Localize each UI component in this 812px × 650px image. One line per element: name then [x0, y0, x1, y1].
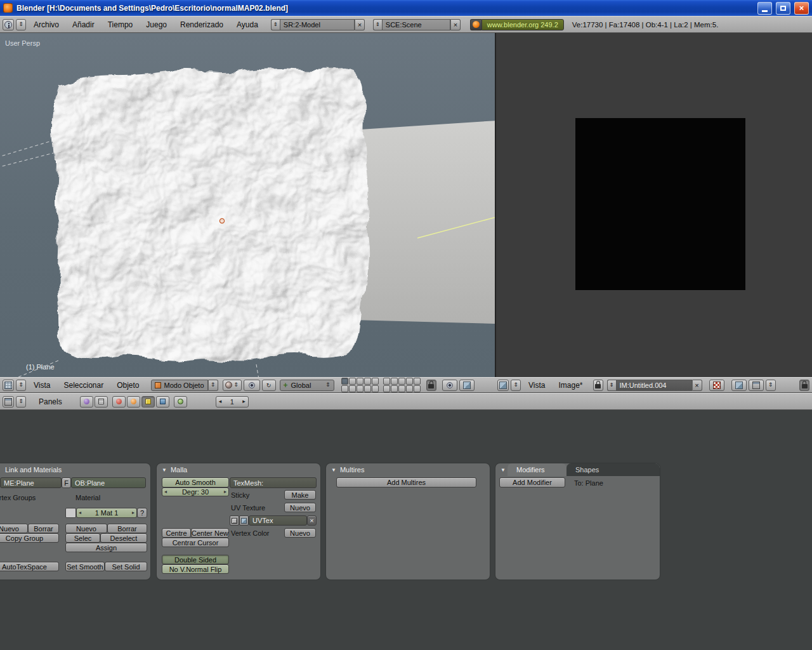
- layer-toggle[interactable]: [357, 378, 363, 385]
- layer-toggle[interactable]: [414, 385, 421, 392]
- panels-menu[interactable]: Panels: [33, 396, 68, 408]
- context-editing-button[interactable]: [141, 396, 155, 408]
- degrees-slider[interactable]: ◂ Degr: 30 ▸: [162, 488, 229, 496]
- texmesh-field[interactable]: TexMesh:: [230, 477, 317, 488]
- terrain-mesh[interactable]: [53, 68, 370, 361]
- tab-shapes[interactable]: Shapes: [566, 463, 660, 476]
- editor-type-button[interactable]: [497, 380, 509, 391]
- menu-vista[interactable]: Vista: [523, 380, 551, 391]
- screen-delete-button[interactable]: ×: [355, 19, 365, 30]
- menu-vista[interactable]: Vista: [28, 380, 56, 391]
- restore-button[interactable]: [776, 2, 790, 15]
- new-uv-texture-button[interactable]: Nuevo: [284, 503, 316, 512]
- layer-toggle[interactable]: [372, 378, 379, 385]
- header-menu-toggle[interactable]: ⇕: [16, 380, 26, 391]
- viewport-3d[interactable]: z User Persp (1) Plane: [0, 33, 495, 377]
- center-new-button[interactable]: Center New: [191, 528, 229, 538]
- image-name-field[interactable]: IM:Untitled.004: [616, 380, 692, 391]
- context-script-button[interactable]: [95, 396, 108, 408]
- layer-toggle[interactable]: [364, 385, 371, 392]
- tab-modifiers[interactable]: Modifiers: [508, 463, 566, 476]
- layer-toggle[interactable]: [341, 378, 348, 385]
- menu-renderizado[interactable]: Renderizado: [174, 19, 229, 30]
- copy-group-button[interactable]: Copy Group: [0, 533, 59, 543]
- header-menu-toggle[interactable]: ⇕: [16, 396, 26, 408]
- pivot-point-button[interactable]: [244, 380, 260, 391]
- panel-header[interactable]: Link and Materials: [0, 463, 150, 476]
- uv-image-editor[interactable]: [495, 33, 812, 377]
- lock-layers-button[interactable]: [426, 380, 436, 391]
- add-multires-button[interactable]: Add Multires: [336, 477, 476, 488]
- panel-header[interactable]: ▼ Multires: [326, 463, 490, 476]
- more-options-button[interactable]: ⇕: [766, 380, 776, 391]
- fake-user-button[interactable]: F: [62, 477, 71, 488]
- menu-juego[interactable]: Juego: [140, 19, 173, 30]
- minimize-button[interactable]: [757, 2, 772, 15]
- new-material-button[interactable]: Nuevo: [65, 524, 107, 533]
- header-dropdown-button[interactable]: ⇕: [16, 19, 26, 30]
- layer-toggle[interactable]: [398, 385, 405, 392]
- render-preview-button[interactable]: [459, 380, 475, 391]
- delete-uvtex-button[interactable]: ×: [307, 515, 317, 526]
- uv-test-grid-button[interactable]: [709, 380, 724, 391]
- select-button[interactable]: Selec: [65, 533, 100, 543]
- layer-toggle[interactable]: [406, 385, 413, 392]
- next-icon[interactable]: ▸: [132, 510, 134, 515]
- set-solid-button[interactable]: Set Solid: [105, 562, 147, 571]
- frame-next-icon[interactable]: ▸: [242, 399, 246, 404]
- orientation-dropdown[interactable]: + Global ⇕: [280, 380, 334, 391]
- collapse-triangle-icon[interactable]: ▼: [331, 467, 336, 473]
- auto-smooth-toggle[interactable]: Auto Smooth: [162, 477, 229, 488]
- double-sided-toggle[interactable]: Double Sided: [162, 555, 229, 564]
- layer-toggle[interactable]: [414, 378, 421, 385]
- menu-seleccionar[interactable]: Seleccionar: [58, 380, 109, 391]
- menu-objeto[interactable]: Objeto: [111, 380, 145, 391]
- update-lock-button[interactable]: [593, 380, 603, 391]
- window-titlebar[interactable]: Blender [H:\Documents and Settings\Pedro…: [0, 0, 812, 16]
- pin-lock-button[interactable]: [799, 380, 809, 391]
- new-vertex-group-button[interactable]: Nuevo: [0, 524, 28, 533]
- assign-button[interactable]: Assign: [65, 543, 147, 552]
- realtime-props-button[interactable]: [749, 380, 764, 391]
- uv-active-render-button[interactable]: [230, 515, 239, 526]
- context-logic-button[interactable]: [80, 396, 93, 408]
- blender-org-button[interactable]: www.blender.org 249.2: [481, 19, 564, 30]
- layer-toggle[interactable]: [349, 378, 356, 385]
- paint-mode-button[interactable]: [731, 380, 747, 391]
- layer-toggle[interactable]: [372, 385, 379, 392]
- deselect-button[interactable]: Deselect: [100, 533, 147, 543]
- layer-toggle[interactable]: [349, 385, 356, 392]
- panel-header[interactable]: ▼ Malla: [157, 463, 320, 476]
- scene-name-field[interactable]: SCE:Scene: [382, 19, 450, 30]
- layer-toggle[interactable]: [406, 378, 413, 385]
- editor-type-button[interactable]: [3, 396, 14, 408]
- image-browse-button[interactable]: ⇕: [607, 380, 616, 391]
- object-name-field[interactable]: OB:Plane: [71, 477, 146, 488]
- centre-button[interactable]: Centre: [162, 528, 191, 538]
- uv-active-button[interactable]: [239, 515, 249, 526]
- no-vnormal-flip-toggle[interactable]: No V.Normal Flip: [162, 564, 229, 574]
- proportional-edit-button[interactable]: [442, 380, 457, 391]
- material-help-button[interactable]: ?: [137, 508, 147, 518]
- layer-toggle[interactable]: [391, 385, 398, 392]
- menu-archivo[interactable]: Archivo: [28, 19, 65, 30]
- set-smooth-button[interactable]: Set Smooth: [65, 562, 105, 571]
- window-type-button[interactable]: [3, 19, 14, 30]
- material-slot-stepper[interactable]: ◂ 1 Mat 1 ▸: [76, 508, 137, 518]
- delete-vertex-group-button[interactable]: Borrar: [28, 524, 59, 533]
- frame-stepper[interactable]: ◂ 1 ▸: [216, 396, 249, 408]
- manipulator-button[interactable]: ↻: [262, 380, 276, 391]
- add-modifier-button[interactable]: Add Modifier: [499, 477, 565, 488]
- layer-toggle[interactable]: [357, 385, 363, 392]
- viewport-canvas[interactable]: z: [0, 33, 495, 377]
- context-object-button[interactable]: [127, 396, 140, 408]
- menu-ayuda[interactable]: Ayuda: [231, 19, 264, 30]
- layer-toggle[interactable]: [383, 385, 390, 392]
- layer-toggle[interactable]: [391, 378, 398, 385]
- close-button[interactable]: ×: [794, 2, 809, 15]
- menu-anadir[interactable]: Añadir: [67, 19, 100, 30]
- context-physics-button[interactable]: [174, 396, 187, 408]
- next-icon[interactable]: ▸: [224, 489, 226, 494]
- layer-toggle[interactable]: [398, 378, 405, 385]
- layer-toggle[interactable]: [383, 378, 390, 385]
